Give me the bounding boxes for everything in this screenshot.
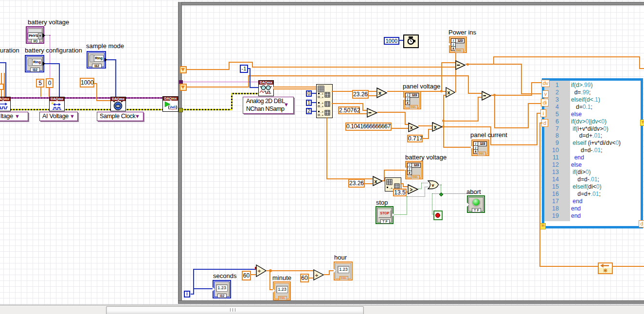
svg-text:.+: .+ (320, 101, 324, 105)
svg-text:.+: .+ (320, 110, 324, 113)
svg-text:÷: ÷ (258, 268, 261, 274)
svg-text:x: x (410, 125, 413, 130)
svg-text:>: > (410, 187, 413, 192)
svg-text:x: x (434, 124, 437, 130)
svg-text:.+: .+ (320, 92, 324, 95)
svg-text:x: x (447, 89, 451, 95)
svg-text:v: v (432, 183, 434, 188)
svg-text:.+: .+ (320, 105, 324, 108)
svg-text:÷: ÷ (315, 272, 318, 278)
svg-text:.+: .+ (320, 95, 324, 99)
svg-text:x: x (375, 178, 378, 184)
svg-text:.+: .+ (389, 186, 393, 190)
svg-text:.+: .+ (320, 113, 324, 117)
svg-text:x: x (378, 90, 382, 96)
